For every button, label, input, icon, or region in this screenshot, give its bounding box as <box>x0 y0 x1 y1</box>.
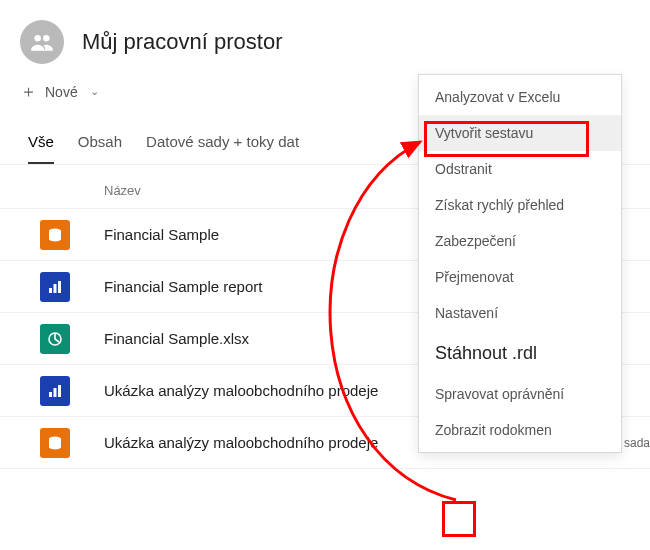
plus-icon: ＋ <box>20 80 37 103</box>
tab-all[interactable]: Vše <box>28 133 54 164</box>
menu-delete[interactable]: Odstranit <box>419 151 621 187</box>
report-icon <box>40 376 70 406</box>
dataset-icon <box>40 428 70 458</box>
menu-security[interactable]: Zabezpečení <box>419 223 621 259</box>
item-name: Ukázka analýzy maloobchodního prodeje <box>104 434 454 451</box>
svg-point-0 <box>34 35 41 42</box>
menu-manage-permissions[interactable]: Spravovat oprávnění <box>419 376 621 412</box>
new-button[interactable]: ＋ Nové ⌄ <box>20 80 99 103</box>
workbook-icon <box>40 324 70 354</box>
menu-settings[interactable]: Nastavení <box>419 295 621 331</box>
menu-rename[interactable]: Přejmenovat <box>419 259 621 295</box>
people-icon <box>29 29 55 55</box>
svg-point-1 <box>43 35 50 42</box>
svg-rect-9 <box>58 385 61 397</box>
menu-view-lineage[interactable]: Zobrazit rodokmen <box>419 412 621 448</box>
svg-rect-5 <box>58 281 61 293</box>
svg-rect-4 <box>54 284 57 293</box>
menu-download-rdl[interactable]: Stáhnout .rdl <box>419 331 621 376</box>
dataset-icon <box>40 220 70 250</box>
report-icon <box>40 272 70 302</box>
new-button-label: Nové <box>45 84 78 100</box>
svg-rect-8 <box>54 388 57 397</box>
svg-rect-7 <box>49 392 52 397</box>
workspace-title: Můj pracovní prostor <box>82 29 283 55</box>
svg-rect-3 <box>49 288 52 293</box>
menu-analyze-excel[interactable]: Analyzovat v Excelu <box>419 79 621 115</box>
tab-content[interactable]: Obsah <box>78 133 122 164</box>
menu-create-report[interactable]: Vytvořit sestavu <box>419 115 621 151</box>
workspace-avatar <box>20 20 64 64</box>
annotation-highlight-more <box>442 501 476 537</box>
menu-quick-insights[interactable]: Získat rychlý přehled <box>419 187 621 223</box>
chevron-down-icon: ⌄ <box>90 85 99 98</box>
context-menu: Analyzovat v Excelu Vytvořit sestavu Ods… <box>418 74 622 453</box>
tab-datasets[interactable]: Datové sady + toky dat <box>146 133 299 164</box>
